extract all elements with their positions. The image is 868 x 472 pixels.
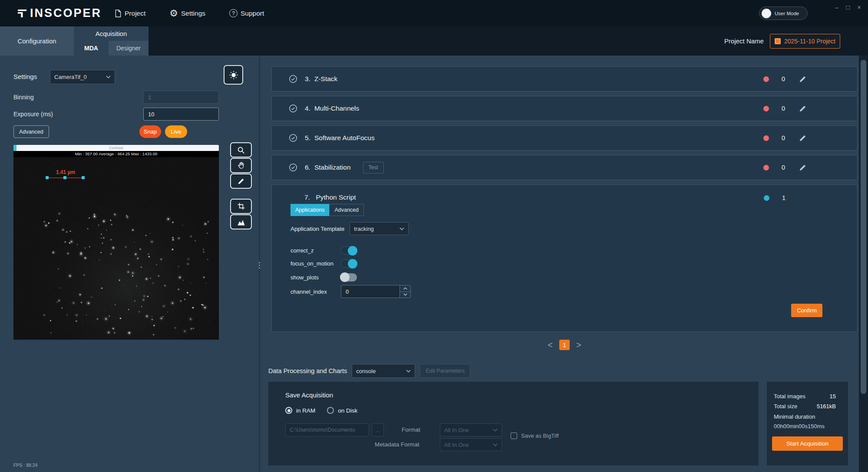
crop-tool-button[interactable]: [230, 199, 252, 214]
binning-label: Binning: [13, 94, 34, 101]
spinner-down-icon[interactable]: [400, 292, 410, 298]
exposure-input[interactable]: [143, 108, 219, 121]
radio-in-ram[interactable]: in RAM: [285, 407, 315, 414]
python-step-header[interactable]: 7. Python Script: [304, 193, 356, 201]
tab-configuration[interactable]: Configuration: [0, 26, 74, 56]
total-size-label: Total size: [774, 403, 797, 410]
toggle-correct-z[interactable]: [341, 246, 357, 255]
minimal-duration-value: 00h00min00s150ms: [774, 423, 825, 429]
live-button[interactable]: Live: [165, 125, 187, 138]
metadata-format-select: All In One: [440, 438, 502, 451]
edit-pencil-icon[interactable]: [799, 164, 807, 172]
browse-button: ...: [372, 423, 384, 436]
contrast-min-handle[interactable]: [13, 145, 17, 151]
nav-project[interactable]: Project: [115, 9, 145, 18]
check-circle-icon[interactable]: [289, 134, 297, 142]
draw-tool-button[interactable]: [230, 174, 252, 189]
confirm-button[interactable]: Confirm: [791, 304, 822, 317]
scrollbar-thumb[interactable]: [861, 60, 866, 394]
vertical-scrollbar[interactable]: [859, 56, 868, 472]
channel-index-stepper: [399, 285, 411, 298]
measurement-line[interactable]: [47, 177, 83, 178]
status-dot: [763, 165, 769, 170]
contrast-slider[interactable]: Contrast: [13, 145, 219, 151]
minimal-duration-label: Minimal duration: [774, 413, 815, 420]
contrast-label: Contrast: [13, 145, 219, 151]
edit-pencil-icon[interactable]: [799, 105, 807, 113]
chevron-down-icon: [493, 429, 498, 432]
tab-applications[interactable]: Applications: [290, 204, 329, 216]
edit-pencil-icon[interactable]: [799, 75, 807, 83]
data-processing-select[interactable]: console: [352, 364, 415, 378]
nav-settings[interactable]: ⚙ Settings: [169, 9, 205, 18]
snap-button[interactable]: Snap: [139, 125, 161, 138]
nav-support[interactable]: ? Support: [229, 9, 264, 18]
step-row-stabilization[interactable]: 6. Stabilization Test 0: [271, 155, 858, 180]
data-processing-row: Data Processing and Charts console Edit …: [268, 364, 470, 378]
top-bar: INSCOPER Project ⚙ Settings ? Support Us…: [0, 0, 868, 26]
toggle-focus-on-motion[interactable]: [341, 259, 357, 268]
project-name-box[interactable]: 2025-11-10 Project: [770, 34, 840, 49]
save-acquisition-title: Save Acquisition: [285, 391, 333, 399]
radio-button[interactable]: [327, 407, 334, 414]
total-images-value: 15: [830, 393, 836, 400]
check-circle-icon[interactable]: [289, 75, 297, 83]
acquisition-subtabs: MDA Designer: [74, 41, 149, 56]
close-button[interactable]: ×: [857, 3, 861, 11]
check-circle-icon[interactable]: [289, 163, 297, 172]
page-next-button[interactable]: >: [576, 341, 581, 349]
subtab-designer[interactable]: Designer: [109, 41, 149, 56]
camera-live-view[interactable]: 1.41 µm: [13, 157, 219, 340]
python-tabs: Applications Advanced: [290, 204, 364, 216]
advanced-button[interactable]: Advanced: [13, 125, 49, 138]
histogram-tool-button[interactable]: [230, 214, 252, 229]
crop-icon: [237, 202, 245, 210]
format-label: Format: [402, 426, 420, 433]
pan-tool-button[interactable]: [230, 158, 252, 173]
measurement-handle[interactable]: [63, 176, 66, 179]
page-prev-button[interactable]: <: [548, 341, 553, 349]
tab-advanced[interactable]: Advanced: [329, 204, 364, 216]
camera-settings-label: Settings: [13, 73, 37, 80]
test-button[interactable]: Test: [363, 162, 384, 174]
user-mode-toggle[interactable]: User Mode: [759, 7, 808, 20]
gear-icon: ⚙: [169, 9, 178, 18]
minimize-button[interactable]: –: [835, 3, 838, 11]
tab-acquisition[interactable]: Acquisition MDA Designer: [74, 26, 149, 56]
subtab-mda[interactable]: MDA: [74, 41, 109, 56]
step-row-z-stack[interactable]: 3. Z-Stack 0: [271, 66, 858, 92]
page-number[interactable]: 1: [559, 340, 570, 350]
step-row-python-script-expanded: 7. Python Script 1 Applications Advanced…: [271, 184, 858, 332]
step-count: 1: [782, 194, 786, 201]
measurement-handle[interactable]: [46, 176, 49, 179]
save-path-input: [285, 423, 369, 436]
help-icon: ?: [229, 9, 238, 17]
camera-select[interactable]: CameraTif_0: [50, 70, 115, 84]
window-controls: – □ ×: [835, 3, 861, 11]
radio-on-disk[interactable]: on Disk: [327, 407, 357, 414]
logo-mark-icon: [17, 9, 27, 18]
document-icon: [115, 9, 122, 18]
main-nav: Project ⚙ Settings ? Support: [115, 9, 264, 18]
exposure-label: Exposure (ms): [13, 111, 53, 118]
radio-button[interactable]: [285, 407, 292, 414]
step-row-multi-channels[interactable]: 4. Multi-Channels 0: [271, 96, 858, 121]
chevron-down-icon: [493, 443, 498, 446]
bigtiff-label: Save as BigTiff: [521, 433, 559, 439]
check-circle-icon[interactable]: [289, 104, 297, 113]
edit-pencil-icon[interactable]: [799, 134, 807, 142]
measurement-handle[interactable]: [82, 176, 85, 179]
spinner-up-icon[interactable]: [400, 285, 410, 292]
zoom-tool-button[interactable]: [230, 142, 252, 157]
toggle-show-plots[interactable]: [341, 273, 357, 282]
brightness-icon: [228, 70, 239, 80]
status-dot: [763, 76, 769, 82]
maximize-button[interactable]: □: [846, 3, 850, 11]
brightness-button[interactable]: [224, 65, 243, 85]
application-template-select[interactable]: tracking: [350, 222, 409, 235]
step-row-software-autofocus[interactable]: 5. Software AutoFocus 0: [271, 125, 858, 151]
camera-image: [13, 157, 219, 340]
histogram-icon: [237, 218, 245, 226]
start-acquisition-button[interactable]: Start Acquisition: [772, 436, 843, 451]
channel-index-input[interactable]: [341, 285, 399, 298]
